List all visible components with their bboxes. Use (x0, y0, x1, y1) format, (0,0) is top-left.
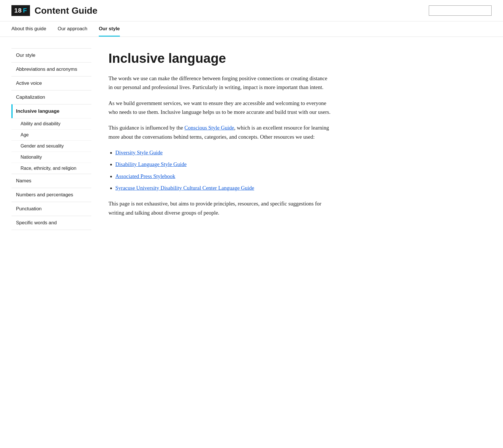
logo-block: 18F Content Guide (11, 5, 97, 16)
sidebar-item-ability[interactable]: Ability and disability (11, 118, 91, 129)
sidebar-item-gender[interactable]: Gender and sexuality (11, 140, 91, 152)
sidebar-item-punctuation[interactable]: Punctuation (11, 202, 91, 216)
sidebar-item-names[interactable]: Names (11, 174, 91, 188)
site-nav: About this guide Our approach Our style (0, 21, 503, 37)
list-item-ap: Associated Press Stylebook (115, 172, 331, 181)
nav-style[interactable]: Our style (99, 21, 120, 37)
nav-about[interactable]: About this guide (11, 21, 46, 37)
sidebar: Our style Abbreviations and acronyms Act… (0, 37, 91, 241)
list-item-diversity: Diversity Style Guide (115, 148, 331, 157)
page-body: Our style Abbreviations and acronyms Act… (0, 37, 503, 241)
conscious-style-guide-link[interactable]: Conscious Style Guide (184, 125, 234, 131)
sidebar-item-race[interactable]: Race, ethnicity, and religion (11, 163, 91, 174)
sidebar-item-nationality[interactable]: Nationality (11, 152, 91, 163)
page-heading: Inclusive language (108, 51, 331, 66)
main-content: Inclusive language The words we use can … (91, 37, 348, 241)
list-item-disability: Disability Language Style Guide (115, 160, 331, 169)
list-item-syracuse: Syracuse University Disability Cultural … (115, 183, 331, 192)
sidebar-item-our-style[interactable]: Our style (11, 48, 91, 62)
diversity-link[interactable]: Diversity Style Guide (115, 150, 163, 156)
logo-badge: 18F (11, 5, 30, 16)
sidebar-item-capitalization[interactable]: Capitalization (11, 90, 91, 104)
sidebar-item-abbreviations[interactable]: Abbreviations and acronyms (11, 62, 91, 76)
site-header: 18F Content Guide (0, 0, 503, 21)
search-input[interactable] (429, 5, 492, 16)
para-3: This guidance is influenced by the Consc… (108, 123, 331, 141)
para-1: The words we use can make the difference… (108, 74, 331, 92)
sidebar-item-numbers[interactable]: Numbers and percentages (11, 188, 91, 202)
syracuse-link[interactable]: Syracuse University Disability Cultural … (115, 185, 254, 191)
logo-f: F (23, 7, 27, 14)
ap-link[interactable]: Associated Press Stylebook (115, 173, 175, 179)
header-search (429, 5, 492, 16)
nav-approach[interactable]: Our approach (58, 21, 87, 37)
resources-list: Diversity Style Guide Disability Languag… (115, 148, 331, 192)
sidebar-item-specific-words[interactable]: Specific words and (11, 216, 91, 230)
site-title: Content Guide (35, 5, 97, 16)
sidebar-item-active-voice[interactable]: Active voice (11, 76, 91, 90)
sidebar-item-inclusive-language[interactable]: Inclusive language (11, 104, 91, 118)
disability-link[interactable]: Disability Language Style Guide (115, 161, 187, 167)
sidebar-item-age[interactable]: Age (11, 129, 91, 140)
para-4: This page is not exhaustive, but aims to… (108, 199, 331, 217)
para-2: As we build government services, we want… (108, 99, 331, 117)
